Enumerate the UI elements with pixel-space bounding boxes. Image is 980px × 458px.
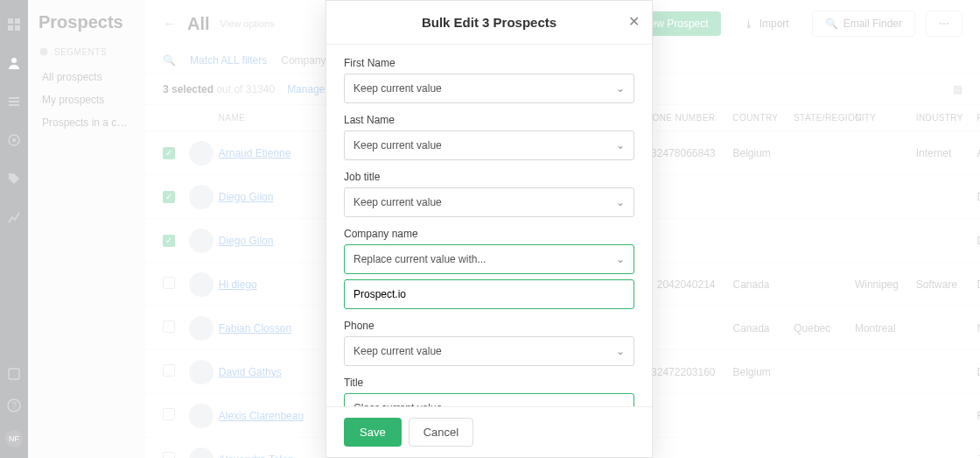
job-title-select[interactable]: Keep current value⌄ [344,187,634,217]
company-name-input[interactable] [344,279,634,309]
first-name-select[interactable]: Keep current value⌄ [344,74,634,103]
close-icon[interactable]: ✕ [628,13,640,30]
title-select[interactable]: Clear current value⌄ [344,393,634,406]
modal-header: Bulk Edit 3 Prospects ✕ [326,1,652,45]
phone-select[interactable]: Keep current value⌄ [344,336,634,366]
modal-footer: Save Cancel [326,406,652,457]
last-name-select[interactable]: Keep current value⌄ [344,130,634,160]
company-name-select[interactable]: Replace current value with...⌄ [344,244,634,274]
save-button[interactable]: Save [344,418,402,447]
modal-title: Bulk Edit 3 Prospects [422,15,556,30]
bulk-edit-modal: Bulk Edit 3 Prospects ✕ First Name Keep … [326,0,653,458]
modal-body: First Name Keep current value⌄ Last Name… [326,45,652,406]
cancel-button[interactable]: Cancel [409,418,473,447]
